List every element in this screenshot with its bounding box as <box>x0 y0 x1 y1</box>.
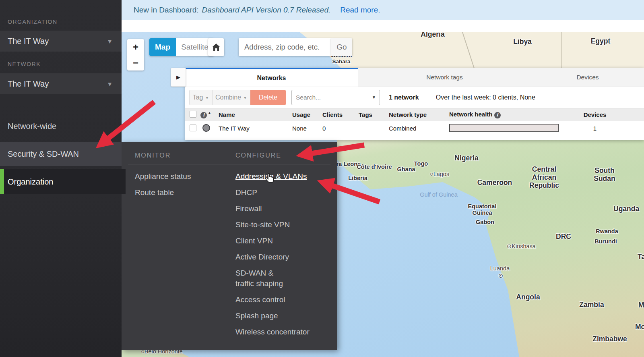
network-count: 1 network <box>389 94 419 101</box>
caret-down-icon: ▼ <box>205 95 209 100</box>
menu-item-access-control[interactable]: Access control <box>235 295 334 305</box>
menu-item-site-to-site-vpn[interactable]: Site-to-site VPN <box>235 220 334 230</box>
network-search-input[interactable] <box>292 90 380 105</box>
network-selector[interactable]: The IT Way ▼ <box>0 73 122 94</box>
banner-message: Dashboard API Version 0.7 Released. <box>202 6 331 15</box>
menu-item-dhcp[interactable]: DHCP <box>235 187 334 198</box>
map-label: Algeria <box>421 32 444 39</box>
map-label: Zimbabwe <box>592 335 627 343</box>
col-header-network-health[interactable]: Network health i <box>449 111 568 118</box>
network-selector-value: The IT Way <box>0 79 49 89</box>
organization-selector[interactable]: The IT Way ▼ <box>0 31 122 52</box>
menu-item-client-vpn[interactable]: Client VPN <box>235 236 334 246</box>
col-header-usage[interactable]: Usage <box>292 111 322 118</box>
delete-button[interactable]: Delete <box>250 90 286 105</box>
map-label: DRC <box>556 233 571 241</box>
map-zoom-control: + − <box>127 39 144 71</box>
select-all-checkbox[interactable] <box>190 111 196 118</box>
map-label: Angola <box>516 293 540 301</box>
col-header-devices[interactable]: Devices <box>568 111 644 118</box>
menu-item-active-directory[interactable]: Active Directory <box>235 252 334 262</box>
info-icon: i <box>494 112 501 118</box>
map-label: Burundi <box>594 238 617 245</box>
map-label: Ta <box>638 253 644 261</box>
col-header-label: Network health <box>449 111 493 118</box>
map-label: Libya <box>513 38 532 46</box>
home-icon <box>212 43 221 51</box>
announcement-banner: New in Dashboard: Dashboard API Version … <box>122 0 644 20</box>
banner-prefix: New in Dashboard: <box>134 6 199 15</box>
tab-network-tags[interactable]: Network tags <box>358 68 531 87</box>
table-row: The IT Way None 0 Combined 1 <box>185 121 644 136</box>
map-label: Moz <box>635 323 644 331</box>
zoom-out-button[interactable]: − <box>127 55 144 71</box>
menu-item-addressing-vlans[interactable]: Addressing & VLANs <box>235 171 334 182</box>
map-label: Luanda <box>490 265 510 272</box>
sidebar-item-label: Network-wide <box>0 122 56 131</box>
cell-name[interactable]: The IT Way <box>219 125 292 132</box>
panel-tabs: NetworksNetwork tagsDevices <box>185 68 644 87</box>
delete-button-label: Delete <box>259 94 277 101</box>
tab-devices[interactable]: Devices <box>531 68 644 87</box>
cell-clients: 0 <box>322 125 359 132</box>
chevron-down-icon: ▼ <box>107 81 122 87</box>
caret-down-icon: ▼ <box>243 95 247 100</box>
map-label: ⊙ <box>498 272 503 279</box>
sidebar-organization-label: ORGANIZATION <box>0 19 58 25</box>
menu-item-appliance-status[interactable]: Appliance status <box>135 171 227 182</box>
map-label: Togo <box>414 160 428 167</box>
sidebar: ORGANIZATION The IT Way ▼ NETWORK The IT… <box>0 0 122 357</box>
table-header-row: i▲ Name Usage Clients Tags Network type … <box>185 108 644 121</box>
cell-network-type: Combined <box>389 125 449 132</box>
go-button[interactable]: Go <box>331 38 352 56</box>
map-label: Equatorial Guinea <box>468 203 497 216</box>
address-search-box <box>239 38 331 56</box>
sidebar-item-label: Security & SD-WAN <box>0 149 79 159</box>
map-label: Gabon <box>476 219 494 225</box>
sort-asc-icon[interactable]: ▲ <box>208 111 211 115</box>
tag-button-label: Tag <box>193 94 203 101</box>
sidebar-item-network-wide[interactable]: Network-wide <box>0 116 122 136</box>
read-more-link[interactable]: Read more. <box>340 6 380 15</box>
networks-panel: NetworksNetwork tagsDevices Tag ▼ Combin… <box>185 68 644 140</box>
menu-item-firewall[interactable]: Firewall <box>235 203 334 214</box>
map-label: Ghana <box>397 166 415 172</box>
map-view-button[interactable]: Map <box>149 38 176 56</box>
tab-networks[interactable]: Networks <box>185 68 358 87</box>
monitor-section-header: MONITOR <box>135 152 171 159</box>
networks-toolbar: Tag ▼ Combine ▼ Delete ▼ 1 network Over … <box>185 87 644 108</box>
menu-item-splash-page[interactable]: Splash page <box>235 311 334 321</box>
address-search-input[interactable] <box>239 38 331 56</box>
col-header-name[interactable]: Name <box>219 111 292 118</box>
map-label: Egypt <box>591 37 611 46</box>
map-border-line <box>561 32 562 69</box>
map-label: Rwanda <box>596 228 618 235</box>
search-dropdown-caret-icon[interactable]: ▼ <box>372 95 376 100</box>
map-home-button[interactable] <box>208 38 224 56</box>
col-header-network-type[interactable]: Network type <box>389 111 449 118</box>
menu-item-wireless-concentrator[interactable]: Wireless concentrator <box>235 327 334 337</box>
map-label: South Sudan <box>585 167 624 183</box>
zoom-in-button[interactable]: + <box>127 39 144 55</box>
security-sdwan-flyout-menu: MONITOR CONFIGURE Appliance statusRoute … <box>122 142 337 350</box>
col-header-clients[interactable]: Clients <box>322 111 359 118</box>
sidebar-item-security-sd-wan[interactable]: Security & SD-WAN <box>0 142 122 166</box>
sidebar-item-organization[interactable]: Organization <box>0 169 126 194</box>
map-label: Nigeria <box>454 154 478 162</box>
map-label: ○Lagos <box>430 171 449 177</box>
map-label: Zambia <box>579 301 604 309</box>
week-summary: Over the last week: 0 clients, None <box>436 94 535 101</box>
col-header-tags[interactable]: Tags <box>359 111 389 118</box>
tag-button[interactable]: Tag ▼ <box>189 90 213 105</box>
sidebar-item-label: Organization <box>4 177 53 187</box>
menu-item-sd-wan-traffic-shaping[interactable]: SD-WAN & traffic shaping <box>235 268 334 289</box>
panel-collapse-button[interactable]: ▶ <box>171 68 186 87</box>
menu-item-route-table[interactable]: Route table <box>135 187 227 198</box>
network-search-box: ▼ <box>291 90 380 105</box>
combine-button[interactable]: Combine ▼ <box>213 90 250 105</box>
status-dot-icon <box>202 124 210 132</box>
row-checkbox[interactable] <box>190 125 196 131</box>
cell-devices: 1 <box>568 125 644 132</box>
map-label: Cameroon <box>477 179 512 187</box>
network-health-bar <box>449 124 559 132</box>
